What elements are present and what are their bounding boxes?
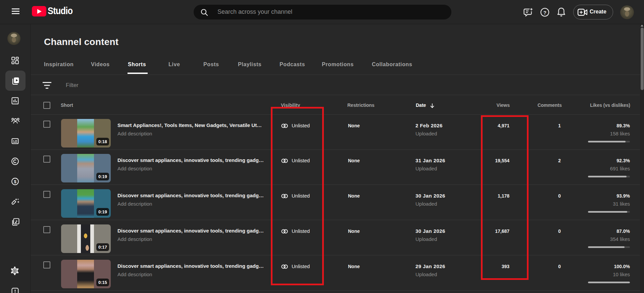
svg-text:$: $ xyxy=(14,179,16,184)
svg-text:?: ? xyxy=(543,10,546,15)
